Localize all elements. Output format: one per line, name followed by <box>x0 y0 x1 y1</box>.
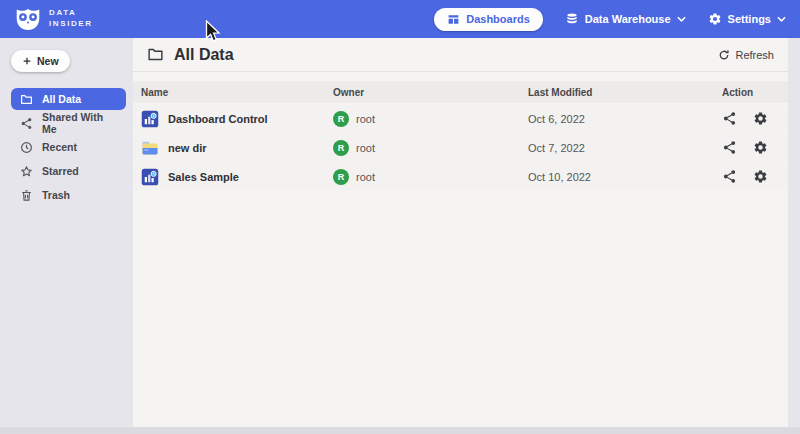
sidebar-item-starred[interactable]: Starred <box>11 160 126 182</box>
last-modified: Oct 10, 2022 <box>528 171 718 183</box>
folder-icon <box>20 93 33 106</box>
trash-icon <box>20 189 33 202</box>
data-warehouse-menu[interactable]: Data Warehouse <box>565 12 686 26</box>
owner-name: root <box>356 142 375 154</box>
sidebar-item-shared-with-me[interactable]: Shared With Me <box>11 112 126 134</box>
file-name[interactable]: new dir <box>168 142 207 154</box>
dashboard-file-icon <box>141 168 159 186</box>
sidebar-item-all-data[interactable]: All Data <box>11 88 126 110</box>
brand-name: DATA INSIDER <box>49 8 93 30</box>
plus-icon <box>22 56 32 66</box>
owl-logo-icon <box>14 6 42 32</box>
file-name[interactable]: Dashboard Control <box>168 113 268 125</box>
settings-action-icon[interactable] <box>753 111 768 126</box>
folder-icon <box>147 46 164 63</box>
last-modified: Oct 7, 2022 <box>528 142 718 154</box>
table-row[interactable]: Sales Sample R root Oct 10, 2022 <box>133 163 788 190</box>
top-bar: DATA INSIDER Dashboards Data Warehouse <box>0 0 800 38</box>
refresh-icon <box>718 49 730 61</box>
database-icon <box>565 12 579 26</box>
dashboard-grid-icon <box>447 13 460 26</box>
clock-icon <box>20 141 33 154</box>
table-row[interactable]: Dashboard Control R root Oct 6, 2022 <box>133 105 788 132</box>
owner-avatar: R <box>333 111 349 127</box>
right-margin <box>788 38 800 427</box>
header-name: Name <box>133 87 333 98</box>
share-action-icon[interactable] <box>722 140 737 155</box>
main-header: All Data Refresh <box>133 38 788 72</box>
settings-action-icon[interactable] <box>753 169 768 184</box>
folder-file-icon <box>141 139 159 157</box>
main-panel: All Data Refresh Name Owner Last Modifie… <box>133 38 788 427</box>
share-icon <box>20 117 33 130</box>
settings-menu[interactable]: Settings <box>708 12 786 26</box>
dashboard-file-icon <box>141 110 159 128</box>
chevron-down-icon <box>677 16 686 22</box>
share-action-icon[interactable] <box>722 111 737 126</box>
dashboards-button[interactable]: Dashboards <box>434 8 543 31</box>
last-modified: Oct 6, 2022 <box>528 113 718 125</box>
new-button[interactable]: New <box>11 50 70 72</box>
star-icon <box>20 165 33 178</box>
owner-name: root <box>356 113 375 125</box>
owner-name: root <box>356 171 375 183</box>
brand-logo: DATA INSIDER <box>14 6 93 32</box>
page-title: All Data <box>174 46 234 64</box>
bottom-edge <box>0 427 800 434</box>
table-header-row: Name Owner Last Modified Action <box>133 81 788 103</box>
owner-avatar: R <box>333 169 349 185</box>
file-table: Name Owner Last Modified Action D <box>133 81 788 190</box>
gear-icon <box>708 12 722 26</box>
table-row[interactable]: new dir R root Oct 7, 2022 <box>133 134 788 161</box>
share-action-icon[interactable] <box>722 169 737 184</box>
owner-avatar: R <box>333 140 349 156</box>
sidebar-item-trash[interactable]: Trash <box>11 184 126 206</box>
header-action: Action <box>718 87 788 98</box>
file-name[interactable]: Sales Sample <box>168 171 239 183</box>
header-last-modified: Last Modified <box>528 87 718 98</box>
sidebar: New All Data Shared With Me Recent Starr… <box>0 38 133 427</box>
settings-action-icon[interactable] <box>753 140 768 155</box>
header-owner: Owner <box>333 87 528 98</box>
refresh-button[interactable]: Refresh <box>718 49 774 61</box>
chevron-down-icon <box>777 16 786 22</box>
sidebar-item-recent[interactable]: Recent <box>11 136 126 158</box>
